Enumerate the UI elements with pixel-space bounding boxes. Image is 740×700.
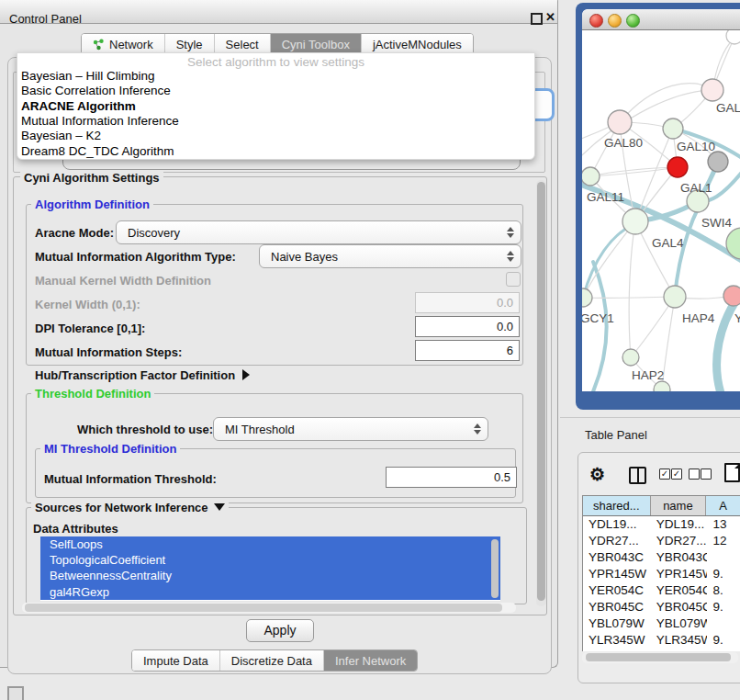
- attributes-scrollbar-thumb[interactable]: [491, 539, 499, 598]
- document-icon[interactable]: [724, 463, 740, 482]
- mi-threshold-label: Mutual Information Threshold:: [44, 472, 217, 486]
- table-column-header[interactable]: name: [651, 496, 707, 515]
- gear-icon[interactable]: ⚙: [589, 464, 605, 485]
- table-row[interactable]: YDL19...YDL19...13: [583, 516, 740, 533]
- hub-section-toggle[interactable]: Hub/Transcription Factor Definition: [35, 368, 250, 382]
- network-edge[interactable]: [675, 205, 700, 297]
- dropdown-item[interactable]: Mutual Information Inference: [21, 114, 526, 129]
- table-cell: YLR345W: [651, 632, 708, 649]
- table-cell: 13: [707, 516, 740, 533]
- network-node-gal80[interactable]: [608, 110, 632, 134]
- table-cell: YIL052C: [583, 649, 651, 651]
- table-row[interactable]: YLR345WYLR345W9.: [583, 632, 740, 649]
- tab-network[interactable]: Network: [82, 34, 164, 54]
- mac-close-button[interactable]: [589, 14, 603, 28]
- network-node-gal1[interactable]: [667, 157, 688, 177]
- tab-jactivemnodules[interactable]: jActiveMNodules: [361, 34, 473, 54]
- network-node-gal10[interactable]: [663, 119, 683, 139]
- network-node-gal11[interactable]: [582, 167, 600, 186]
- dropdown-item[interactable]: Bayesian – K2: [21, 129, 526, 143]
- float-window-icon[interactable]: [531, 13, 543, 25]
- network-edge[interactable]: [583, 221, 635, 298]
- attribute-list-item[interactable]: SelfLoops: [40, 536, 500, 552]
- unchecked-checkbox-icon[interactable]: [689, 469, 700, 480]
- network-node-hap2[interactable]: [622, 349, 639, 366]
- which-threshold-select[interactable]: MI Threshold: [213, 417, 488, 441]
- network-node-gal4[interactable]: [622, 209, 648, 234]
- dropdown-item[interactable]: Dream8 DC_TDC Algorithm: [21, 144, 526, 159]
- settings-scrollbar-thumb[interactable]: [537, 182, 545, 601]
- mi-steps-field[interactable]: 6: [415, 340, 520, 361]
- horizontal-scrollbar-thumb[interactable]: [25, 604, 502, 612]
- table-cell: YDR27...: [583, 533, 651, 549]
- dropdown-item[interactable]: Bayesian – Hill Climbing: [21, 69, 526, 84]
- sources-toggle[interactable]: Sources for Network Inference: [31, 501, 229, 514]
- table-cell: YDL19...: [583, 516, 651, 533]
- split-pane-icon[interactable]: [629, 467, 646, 484]
- table-row[interactable]: YPR145WYPR145W9.: [583, 566, 740, 582]
- table-cell: YDR27...: [651, 533, 708, 549]
- dpi-tolerance-field[interactable]: 0.0: [415, 316, 520, 337]
- table-row[interactable]: YIL052CYIL052C9.: [583, 649, 740, 651]
- mi-type-select[interactable]: Naive Bayes: [259, 244, 521, 268]
- network-node[interactable]: [726, 30, 740, 44]
- control-panel-titlebar: [0, 0, 557, 24]
- network-node-label: Y: [734, 311, 740, 325]
- close-icon[interactable]: ✕: [545, 10, 555, 24]
- unchecked-checkbox-icon[interactable]: [701, 469, 712, 480]
- table-panel-title: Table Panel: [585, 428, 647, 442]
- cyni-tab-impute-data[interactable]: Impute Data: [132, 650, 219, 671]
- network-edge[interactable]: [629, 221, 635, 357]
- tab-cyni-toolbox[interactable]: Cyni Toolbox: [270, 34, 361, 54]
- dropdown-placeholder: Select algorithm to view settings: [17, 55, 534, 69]
- cyni-tab-infer-network[interactable]: Infer Network: [323, 650, 417, 671]
- table-row[interactable]: YER054CYER054C8.: [583, 582, 740, 599]
- attribute-list-item[interactable]: gal4RGexp: [40, 584, 500, 600]
- table-cell: [707, 615, 740, 632]
- network-edge[interactable]: [583, 223, 635, 298]
- network-node-gcy1[interactable]: [582, 288, 592, 307]
- tab-select[interactable]: Select: [214, 34, 270, 54]
- aracne-mode-select[interactable]: Discovery: [116, 220, 521, 244]
- checked-checkbox-icon[interactable]: ✓: [659, 469, 670, 480]
- network-window-titlebar[interactable]: [582, 9, 740, 30]
- table-scrollbar-thumb[interactable]: [586, 653, 731, 661]
- cyni-tab-discretize-data[interactable]: Discretize Data: [219, 650, 323, 671]
- manual-kernel-checkbox[interactable]: [506, 272, 521, 287]
- network-icon: [93, 39, 105, 51]
- network-canvas[interactable]: GALGAL80GAL10GAL11GAL1SWI4GAL4GCY1HAP4YH…: [582, 30, 740, 391]
- cyni-tab-label: Infer Network: [335, 654, 406, 668]
- table-cell: 9.: [707, 649, 740, 651]
- network-node-label: HAP4: [682, 311, 715, 325]
- network-node[interactable]: [708, 152, 728, 172]
- mac-minimize-button[interactable]: [608, 14, 622, 28]
- table-cell: YIL052C: [651, 649, 708, 651]
- kernel-width-field[interactable]: 0.0: [415, 292, 520, 313]
- table-row[interactable]: YBL079WYBL079W: [583, 615, 740, 632]
- dropdown-item[interactable]: ARACNE Algorithm: [21, 99, 526, 114]
- mi-threshold-field[interactable]: 0.5: [386, 467, 517, 488]
- collapsed-panel-icon[interactable]: [7, 686, 24, 700]
- table-column-header[interactable]: A: [706, 496, 740, 515]
- table-row[interactable]: YBR043CYBR043C: [583, 549, 740, 566]
- attribute-list-item[interactable]: TopologicalCoefficient: [40, 552, 500, 568]
- table-column-header[interactable]: shared...: [583, 496, 651, 515]
- attribute-list-item[interactable]: BetweennessCentrality: [40, 568, 500, 583]
- table-row[interactable]: YBR045CYBR045C9.: [583, 599, 740, 615]
- network-node-hap4[interactable]: [664, 286, 686, 308]
- data-attributes-label: Data Attributes: [33, 522, 118, 536]
- apply-button[interactable]: Apply: [246, 619, 314, 642]
- checked-checkbox-icon[interactable]: ✓: [671, 469, 682, 480]
- network-node[interactable]: [654, 381, 670, 391]
- table-row[interactable]: YDR27...YDR27...12: [583, 533, 740, 549]
- dpi-tolerance-label: DPI Tolerance [0,1]:: [35, 322, 145, 335]
- mac-zoom-button[interactable]: [626, 14, 640, 28]
- data-attributes-list: SelfLoopsTopologicalCoefficientBetweenne…: [40, 536, 500, 601]
- algorithm-dropdown: Select algorithm to view settings Bayesi…: [17, 52, 535, 160]
- tab-style[interactable]: Style: [164, 34, 214, 54]
- network-edge[interactable]: [590, 167, 678, 176]
- network-node-y[interactable]: [723, 286, 740, 306]
- dropdown-item[interactable]: Basic Correlation Inference: [21, 84, 526, 98]
- network-node-gal[interactable]: [701, 79, 723, 101]
- network-edge[interactable]: [591, 262, 607, 391]
